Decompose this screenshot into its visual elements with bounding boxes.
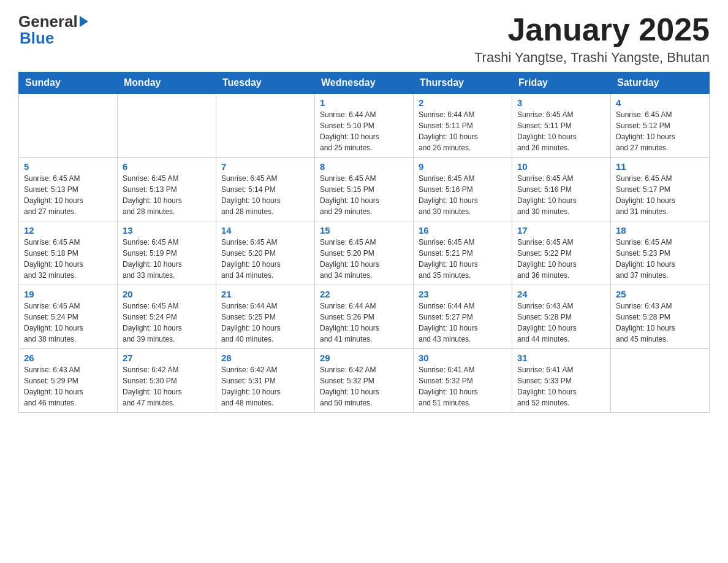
day-info: Sunrise: 6:45 AMSunset: 5:21 PMDaylight:… [419,237,507,281]
calendar-cell: 30Sunrise: 6:41 AMSunset: 5:32 PMDayligh… [414,349,512,413]
logo-arrow-icon [80,16,88,27]
day-info: Sunrise: 6:45 AMSunset: 5:12 PMDaylight:… [616,109,704,153]
calendar-cell: 2Sunrise: 6:44 AMSunset: 5:11 PMDaylight… [414,94,512,158]
weekday-header-row: SundayMondayTuesdayWednesdayThursdayFrid… [19,72,710,94]
calendar-cell: 28Sunrise: 6:42 AMSunset: 5:31 PMDayligh… [216,349,315,413]
calendar-cell: 15Sunrise: 6:45 AMSunset: 5:20 PMDayligh… [315,221,414,285]
day-number: 18 [616,225,704,236]
day-info: Sunrise: 6:45 AMSunset: 5:11 PMDaylight:… [517,109,605,153]
calendar-cell [19,94,118,158]
day-number: 25 [616,289,704,299]
calendar-cell: 13Sunrise: 6:45 AMSunset: 5:19 PMDayligh… [118,221,216,285]
day-number: 4 [616,98,704,108]
weekday-header-tuesday: Tuesday [216,72,315,94]
calendar-cell [118,94,216,158]
day-info: Sunrise: 6:45 AMSunset: 5:22 PMDaylight:… [517,237,605,281]
calendar-cell: 18Sunrise: 6:45 AMSunset: 5:23 PMDayligh… [611,221,710,285]
calendar-cell: 11Sunrise: 6:45 AMSunset: 5:17 PMDayligh… [611,158,710,221]
day-number: 31 [517,353,605,363]
day-info: Sunrise: 6:41 AMSunset: 5:33 PMDaylight:… [517,364,605,408]
day-number: 28 [221,353,309,363]
day-info: Sunrise: 6:45 AMSunset: 5:24 PMDaylight:… [123,301,211,345]
calendar-week-row: 12Sunrise: 6:45 AMSunset: 5:18 PMDayligh… [19,221,710,285]
day-number: 13 [123,225,211,236]
day-info: Sunrise: 6:44 AMSunset: 5:11 PMDaylight:… [419,109,507,153]
day-number: 12 [24,225,112,236]
day-info: Sunrise: 6:43 AMSunset: 5:29 PMDaylight:… [24,364,112,408]
calendar-week-row: 5Sunrise: 6:45 AMSunset: 5:13 PMDaylight… [19,158,710,221]
day-info: Sunrise: 6:44 AMSunset: 5:26 PMDaylight:… [320,301,408,345]
day-number: 9 [419,161,507,172]
day-number: 11 [616,161,704,172]
calendar-cell: 12Sunrise: 6:45 AMSunset: 5:18 PMDayligh… [19,221,118,285]
calendar-cell: 26Sunrise: 6:43 AMSunset: 5:29 PMDayligh… [19,349,118,413]
day-number: 15 [320,225,408,236]
calendar-cell: 9Sunrise: 6:45 AMSunset: 5:16 PMDaylight… [414,158,512,221]
calendar-cell: 17Sunrise: 6:45 AMSunset: 5:22 PMDayligh… [512,221,611,285]
calendar-cell: 4Sunrise: 6:45 AMSunset: 5:12 PMDaylight… [611,94,710,158]
day-number: 19 [24,289,112,299]
day-info: Sunrise: 6:45 AMSunset: 5:17 PMDaylight:… [616,173,704,217]
weekday-header-friday: Friday [512,72,611,94]
weekday-header-wednesday: Wednesday [315,72,414,94]
day-number: 16 [419,225,507,236]
calendar-week-row: 26Sunrise: 6:43 AMSunset: 5:29 PMDayligh… [19,349,710,413]
day-number: 1 [320,98,408,108]
weekday-header-sunday: Sunday [19,72,118,94]
day-number: 10 [517,161,605,172]
day-number: 24 [517,289,605,299]
calendar-cell: 14Sunrise: 6:45 AMSunset: 5:20 PMDayligh… [216,221,315,285]
day-info: Sunrise: 6:45 AMSunset: 5:14 PMDaylight:… [221,173,309,217]
header: General Blue January 2025 Trashi Yangtse… [18,12,710,66]
calendar-cell [611,349,710,413]
day-info: Sunrise: 6:43 AMSunset: 5:28 PMDaylight:… [616,301,704,345]
calendar-cell: 22Sunrise: 6:44 AMSunset: 5:26 PMDayligh… [315,285,414,349]
calendar-cell: 8Sunrise: 6:45 AMSunset: 5:15 PMDaylight… [315,158,414,221]
logo: General Blue [18,12,88,48]
calendar-cell: 19Sunrise: 6:45 AMSunset: 5:24 PMDayligh… [19,285,118,349]
day-info: Sunrise: 6:45 AMSunset: 5:18 PMDaylight:… [24,237,112,281]
day-info: Sunrise: 6:45 AMSunset: 5:16 PMDaylight:… [419,173,507,217]
day-info: Sunrise: 6:45 AMSunset: 5:24 PMDaylight:… [24,301,112,345]
day-number: 20 [123,289,211,299]
weekday-header-monday: Monday [118,72,216,94]
calendar-cell: 7Sunrise: 6:45 AMSunset: 5:14 PMDaylight… [216,158,315,221]
day-info: Sunrise: 6:45 AMSunset: 5:15 PMDaylight:… [320,173,408,217]
day-number: 2 [419,98,507,108]
day-info: Sunrise: 6:44 AMSunset: 5:25 PMDaylight:… [221,301,309,345]
title-section: January 2025 Trashi Yangtse, Trashi Yang… [474,12,710,66]
day-info: Sunrise: 6:42 AMSunset: 5:30 PMDaylight:… [123,364,211,408]
day-number: 3 [517,98,605,108]
day-number: 7 [221,161,309,172]
day-info: Sunrise: 6:45 AMSunset: 5:13 PMDaylight:… [123,173,211,217]
calendar-cell: 24Sunrise: 6:43 AMSunset: 5:28 PMDayligh… [512,285,611,349]
calendar-week-row: 19Sunrise: 6:45 AMSunset: 5:24 PMDayligh… [19,285,710,349]
weekday-header-thursday: Thursday [414,72,512,94]
location-title: Trashi Yangtse, Trashi Yangste, Bhutan [474,50,710,66]
day-info: Sunrise: 6:43 AMSunset: 5:28 PMDaylight:… [517,301,605,345]
day-info: Sunrise: 6:44 AMSunset: 5:27 PMDaylight:… [419,301,507,345]
day-info: Sunrise: 6:45 AMSunset: 5:19 PMDaylight:… [123,237,211,281]
day-number: 23 [419,289,507,299]
calendar-cell: 16Sunrise: 6:45 AMSunset: 5:21 PMDayligh… [414,221,512,285]
day-number: 8 [320,161,408,172]
calendar-cell: 27Sunrise: 6:42 AMSunset: 5:30 PMDayligh… [118,349,216,413]
day-info: Sunrise: 6:45 AMSunset: 5:23 PMDaylight:… [616,237,704,281]
calendar-cell: 20Sunrise: 6:45 AMSunset: 5:24 PMDayligh… [118,285,216,349]
day-number: 26 [24,353,112,363]
day-info: Sunrise: 6:45 AMSunset: 5:20 PMDaylight:… [320,237,408,281]
day-info: Sunrise: 6:42 AMSunset: 5:32 PMDaylight:… [320,364,408,408]
calendar-cell: 10Sunrise: 6:45 AMSunset: 5:16 PMDayligh… [512,158,611,221]
calendar-cell: 6Sunrise: 6:45 AMSunset: 5:13 PMDaylight… [118,158,216,221]
day-number: 21 [221,289,309,299]
calendar-week-row: 1Sunrise: 6:44 AMSunset: 5:10 PMDaylight… [19,94,710,158]
calendar-cell: 29Sunrise: 6:42 AMSunset: 5:32 PMDayligh… [315,349,414,413]
calendar-cell: 25Sunrise: 6:43 AMSunset: 5:28 PMDayligh… [611,285,710,349]
day-number: 6 [123,161,211,172]
day-info: Sunrise: 6:42 AMSunset: 5:31 PMDaylight:… [221,364,309,408]
day-number: 17 [517,225,605,236]
day-number: 22 [320,289,408,299]
day-number: 30 [419,353,507,363]
day-info: Sunrise: 6:45 AMSunset: 5:13 PMDaylight:… [24,173,112,217]
calendar-cell: 23Sunrise: 6:44 AMSunset: 5:27 PMDayligh… [414,285,512,349]
